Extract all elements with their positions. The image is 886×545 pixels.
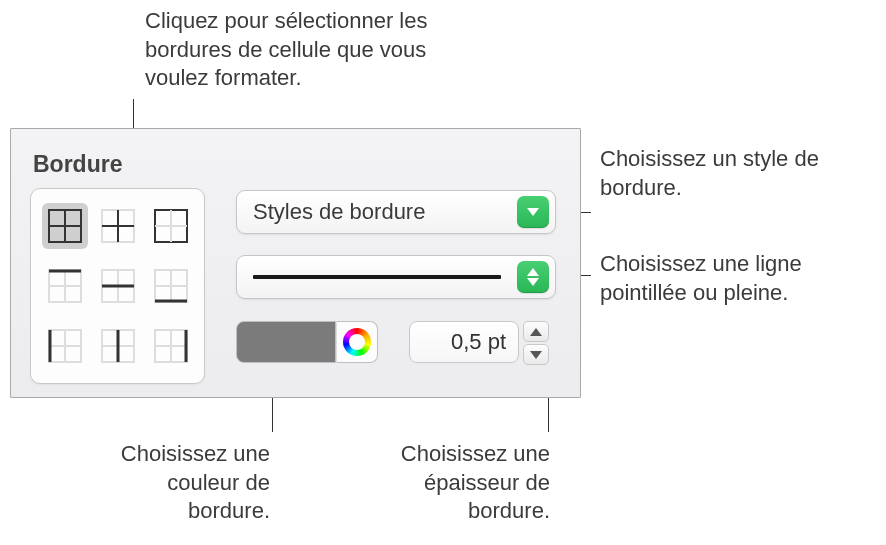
- border-thickness-value: 0,5 pt: [451, 329, 506, 355]
- border-inside-button[interactable]: [95, 203, 141, 249]
- svg-marker-32: [527, 268, 539, 276]
- border-style-dropdown[interactable]: Styles de bordure: [236, 190, 556, 234]
- border-left-icon: [48, 329, 82, 363]
- border-top-icon: [48, 269, 82, 303]
- callout-thickness-text: Choisissez une épaisseur de bordure.: [370, 440, 550, 526]
- border-style-dropdown-label: Styles de bordure: [237, 199, 517, 225]
- border-color-swatch[interactable]: [236, 321, 336, 363]
- border-line-type-dropdown[interactable]: [236, 255, 556, 299]
- border-color-controls: [236, 321, 378, 363]
- border-horizontal-icon: [101, 269, 135, 303]
- svg-marker-34: [530, 328, 542, 336]
- border-vertical-button[interactable]: [95, 323, 141, 369]
- border-bottom-button[interactable]: [148, 263, 194, 309]
- svg-marker-33: [527, 278, 539, 286]
- color-wheel-icon: [343, 328, 371, 356]
- border-bottom-icon: [154, 269, 188, 303]
- callout-color-text: Choisissez une couleur de bordure.: [110, 440, 270, 526]
- border-selector-grid: [30, 188, 205, 384]
- chevron-up-icon: [530, 328, 542, 336]
- border-outside-button[interactable]: [148, 203, 194, 249]
- callout-grid-text: Cliquez pour sélectionner les bordures d…: [145, 7, 485, 93]
- border-thickness-field[interactable]: 0,5 pt: [409, 321, 519, 363]
- border-horizontal-button[interactable]: [95, 263, 141, 309]
- border-top-button[interactable]: [42, 263, 88, 309]
- svg-marker-35: [530, 351, 542, 359]
- panel-title: Bordure: [33, 151, 122, 178]
- chevron-down-icon: [530, 351, 542, 359]
- border-all-button[interactable]: [42, 203, 88, 249]
- border-outside-icon: [154, 209, 188, 243]
- thickness-step-up-button[interactable]: [523, 321, 549, 342]
- svg-marker-31: [527, 208, 539, 216]
- border-inside-icon: [101, 209, 135, 243]
- border-right-icon: [154, 329, 188, 363]
- callout-style-text: Choisissez un style de bordure.: [600, 145, 880, 202]
- border-right-button[interactable]: [148, 323, 194, 369]
- border-all-icon: [48, 209, 82, 243]
- border-thickness-stepper: 0,5 pt: [409, 321, 549, 365]
- color-wheel-button[interactable]: [336, 321, 378, 363]
- thickness-step-down-button[interactable]: [523, 344, 549, 365]
- chevron-down-icon: [517, 196, 549, 228]
- border-left-button[interactable]: [42, 323, 88, 369]
- callout-line-text: Choisissez une ligne pointillée ou plein…: [600, 250, 886, 307]
- border-panel: Bordure: [10, 128, 581, 398]
- border-vertical-icon: [101, 329, 135, 363]
- chevron-up-down-icon: [517, 261, 549, 293]
- border-line-sample: [253, 275, 501, 279]
